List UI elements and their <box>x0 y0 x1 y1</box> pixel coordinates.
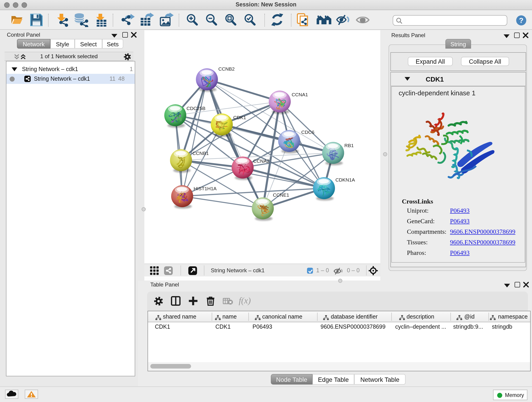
svg-text:CCNB2: CCNB2 <box>218 66 234 71</box>
svg-text:RB1: RB1 <box>344 143 354 148</box>
svg-text:CCNA1: CCNA1 <box>292 92 308 97</box>
svg-text:CDC25B: CDC25B <box>186 106 206 111</box>
svg-text:CCNB1: CCNB1 <box>192 151 209 156</box>
svg-text:CCNA2: CCNA2 <box>253 158 269 164</box>
svg-text:CDC6: CDC6 <box>301 129 314 135</box>
svg-text:HIST1H1A: HIST1H1A <box>194 186 216 191</box>
svg-text:CDK1: CDK1 <box>233 115 246 120</box>
svg-text:CCNE1: CCNE1 <box>273 192 289 198</box>
svg-text:?: ? <box>519 16 524 25</box>
svg-text:CDKN1A: CDKN1A <box>336 177 355 182</box>
